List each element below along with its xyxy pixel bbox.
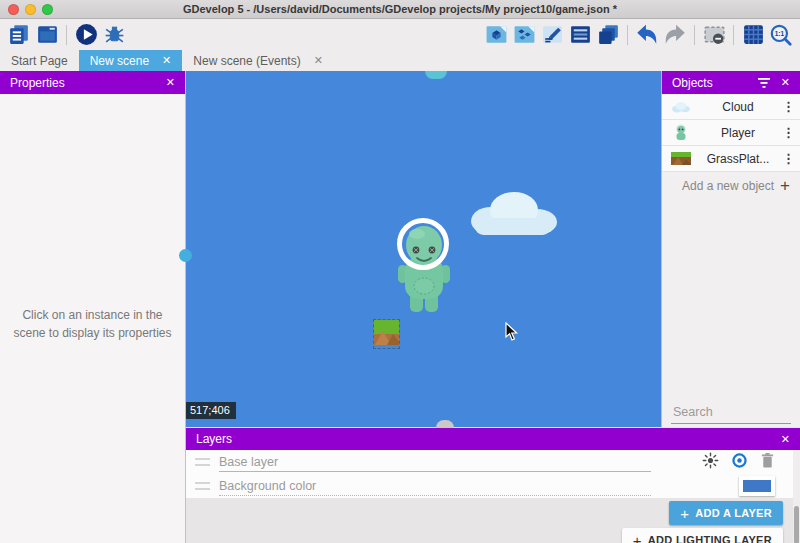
object-menu-icon[interactable]: ⋮ [782,152,794,165]
gdevelop-window: GDevelop 5 - /Users/david/Documents/GDev… [0,0,800,543]
add-lighting-layer-label: ADD LIGHTING LAYER [648,534,772,543]
close-tab-icon[interactable]: ✕ [314,54,323,67]
undo-icon[interactable] [633,21,661,49]
tab-new-scene[interactable]: New scene ✕ [79,50,183,71]
project-manager-icon[interactable] [5,21,33,49]
layer-name-input[interactable] [219,452,651,472]
start-page-icon[interactable] [33,21,61,49]
drag-handle-icon[interactable] [195,482,210,490]
layers-footer: + ADD A LAYER + ADD LIGHTING LAYER [186,498,793,543]
grass-platform-instance[interactable] [374,320,399,348]
background-color-picker[interactable] [739,476,775,496]
drag-handle-icon[interactable] [195,458,210,466]
properties-panel-header: Properties ✕ [0,71,185,94]
layer-row-base-layer [186,450,800,474]
object-menu-icon[interactable]: ⋮ [782,100,794,113]
plus-icon: + [780,177,790,194]
layers-panel-header: Layers ✕ [186,428,800,450]
layer-name-input[interactable] [219,476,651,496]
tab-label: New scene [90,54,149,68]
visibility-eye-icon[interactable] [730,453,749,471]
lighting-icon[interactable] [702,452,719,472]
selection-ring[interactable] [397,218,449,270]
close-icon[interactable]: ✕ [781,76,790,89]
add-object-icon[interactable] [482,21,510,49]
object-name: GrassPlat... [694,152,782,166]
main-toolbar: 1:1 [0,19,800,50]
tab-bar: Start Page New scene ✕ New scene (Events… [0,50,800,71]
tab-label: Start Page [11,54,68,68]
properties-panel-title: Properties [10,76,156,90]
delete-trash-icon[interactable] [760,452,775,472]
panel-drag-handle[interactable] [425,71,447,79]
minimize-window-button[interactable] [25,4,36,15]
toolbar-separator [694,25,695,45]
add-new-object-label: Add a new object [676,179,780,193]
object-search-input[interactable] [671,404,800,420]
layer-actions [702,452,791,472]
toolbar-separator [627,25,628,45]
properties-empty-message: Click on an instance in the scene to dis… [12,306,174,342]
add-layer-label: ADD A LAYER [695,507,772,519]
close-icon[interactable]: ✕ [166,76,175,89]
filter-icon[interactable] [757,77,771,89]
events-sheet-icon[interactable] [566,21,594,49]
object-menu-icon[interactable]: ⋮ [782,126,794,139]
debug-icon[interactable] [100,21,128,49]
instances-list-icon[interactable] [510,21,538,49]
window-mask-icon[interactable] [700,21,728,49]
edit-scene-properties-icon[interactable] [538,21,566,49]
zoom-icon[interactable]: 1:1 [767,21,795,49]
grass-platform-thumbnail-icon [668,152,694,165]
grid-icon[interactable] [739,21,767,49]
layers-drag-handle[interactable] [436,420,454,428]
objects-panel: Objects ✕ Cloud ⋮ Player ⋮ GrassPlat... [661,71,800,427]
plus-icon: + [680,506,689,521]
maximize-window-button[interactable] [42,4,53,15]
tab-start-page[interactable]: Start Page [0,50,79,71]
color-swatch [743,480,771,492]
cloud-instance[interactable] [463,185,563,244]
layers-panel-title: Layers [196,432,771,446]
toolbar-separator [66,25,67,45]
objects-panel-header: Objects ✕ [662,71,800,94]
titlebar: GDevelop 5 - /Users/david/Documents/GDev… [0,0,800,19]
cursor-coordinates-badge: 517;406 [186,402,236,419]
tab-label: New scene (Events) [193,54,300,68]
object-name: Cloud [694,100,782,114]
layers-list-icon[interactable] [594,21,622,49]
zoom-ratio-label: 1:1 [775,30,785,37]
mouse-cursor [505,322,519,345]
add-layer-button[interactable]: + ADD A LAYER [669,501,783,525]
object-list-item-grassplatform[interactable]: GrassPlat... ⋮ [662,146,800,172]
close-tab-icon[interactable]: ✕ [162,54,171,67]
panel-resize-handle[interactable] [179,249,192,262]
object-list-item-player[interactable]: Player ⋮ [662,120,800,146]
toolbar-separator [733,25,734,45]
objects-panel-title: Objects [672,76,749,90]
layers-panel: Layers ✕ [186,427,800,543]
tab-new-scene-events[interactable]: New scene (Events) ✕ [182,50,334,71]
add-lighting-layer-button[interactable]: + ADD LIGHTING LAYER [622,528,783,543]
close-window-button[interactable] [8,4,19,15]
add-new-object-button[interactable]: Add a new object + [662,172,800,199]
close-icon[interactable]: ✕ [781,433,790,446]
properties-panel: Properties ✕ Click on an instance in the… [0,71,186,543]
window-title: GDevelop 5 - /Users/david/Documents/GDev… [60,0,740,18]
scrollbar-thumb[interactable] [794,506,799,543]
scene-editor-canvas[interactable]: 517;406 [186,71,661,427]
object-list-item-cloud[interactable]: Cloud ⋮ [662,94,800,120]
layer-row-background-color [186,474,800,498]
properties-empty-state: Click on an instance in the scene to dis… [0,94,185,342]
plus-icon: + [633,533,642,543]
scrollbar[interactable] [793,450,800,543]
redo-icon[interactable] [661,21,689,49]
object-name: Player [694,126,782,140]
object-search [671,400,791,424]
cloud-thumbnail-icon [668,101,694,113]
play-button-icon[interactable] [72,21,100,49]
player-thumbnail-icon [668,124,694,142]
